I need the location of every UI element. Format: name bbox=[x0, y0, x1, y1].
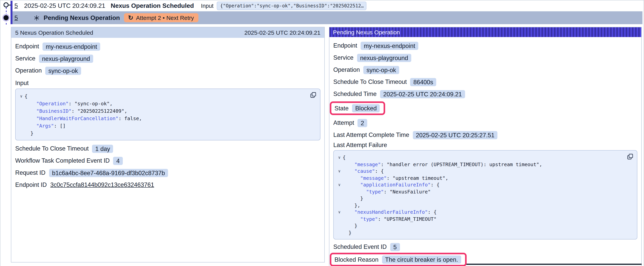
json-code-text: "applicationFailureInfo": { bbox=[343, 181, 440, 188]
field-label: Operation bbox=[15, 67, 42, 74]
field-value-badge: 5 bbox=[390, 243, 400, 251]
event-input-label: Input bbox=[201, 3, 214, 9]
json-code-text: { bbox=[343, 154, 346, 161]
field-scheduled-event-id: Scheduled Event ID 5 bbox=[333, 242, 637, 251]
field-label: Service bbox=[333, 54, 354, 61]
json-code-line: } bbox=[336, 222, 633, 229]
field-value-badge: b1c6a4bc-8ee7-468a-9169-df3b02c8737b bbox=[49, 169, 168, 177]
state-highlight-annotation: State Blocked bbox=[330, 101, 385, 115]
field-endpoint-id: Endpoint ID 3c0c75ccfa8144b092c13ce63246… bbox=[15, 181, 320, 189]
event-id-link[interactable]: 5 bbox=[14, 14, 18, 21]
panel-body: Endpoint my-nexus-endpoint Service nexus… bbox=[330, 37, 641, 266]
collapse-chevron-icon[interactable]: ∨ bbox=[336, 168, 343, 174]
field-schedule-to-close-timeout: Schedule To Close Timeout 1 day bbox=[15, 144, 320, 153]
json-code-line: "Args": [] bbox=[18, 122, 316, 129]
timeline-open-circle-marker bbox=[4, 2, 8, 8]
input-json-viewer: ∨{ "Operation": "sync-op-ok", "BusinessI… bbox=[15, 89, 320, 140]
json-code-line: } bbox=[336, 229, 633, 236]
field-label: Scheduled Event ID bbox=[333, 243, 387, 250]
field-label: State bbox=[334, 105, 348, 112]
retry-status-text: Attempt 2 • Next Retry bbox=[136, 15, 194, 21]
chevron-spacer bbox=[18, 107, 24, 115]
timeline-connector-line bbox=[8, 5, 11, 5]
json-code-text: "type": "UPSTREAM_TIMEOUT" bbox=[343, 215, 436, 222]
field-endpoint: Endpoint my-nexus-endpoint bbox=[333, 41, 637, 50]
json-code-line: "message": "upstream timeout", bbox=[336, 174, 633, 181]
copy-icon[interactable] bbox=[627, 153, 634, 160]
field-value-badge: my-nexus-endpoint bbox=[42, 42, 100, 51]
event-title: Pending Nexus Operation bbox=[44, 14, 120, 21]
field-attempt: Attempt 2 bbox=[333, 119, 637, 127]
field-label: Request ID bbox=[15, 169, 46, 176]
json-code-text: "nexusHandlerFailureInfo": { bbox=[343, 209, 436, 215]
retry-status-badge: ↻ Attempt 2 • Next Retry bbox=[124, 13, 198, 22]
chevron-spacer bbox=[336, 188, 343, 195]
json-code-text: } bbox=[343, 195, 363, 202]
field-label: Endpoint bbox=[15, 43, 39, 50]
state-value-badge: Blocked bbox=[352, 104, 380, 112]
field-label: Service bbox=[15, 55, 35, 62]
json-code-text: "BusinessID": "20250225122409", bbox=[24, 107, 127, 115]
json-code-text: "message": "upstream timeout", bbox=[343, 174, 448, 181]
event-detail-panel-scheduled: 5 Nexus Operation Scheduled 2025-02-25 U… bbox=[11, 27, 325, 262]
input-section-label: Input bbox=[15, 80, 320, 87]
field-label: Endpoint bbox=[333, 42, 357, 49]
blocked-reason-highlight-annotation: Blocked Reason The circuit breaker is op… bbox=[330, 253, 467, 266]
json-code-line: }, bbox=[336, 202, 633, 209]
json-code-text: "HandlerWaitForCancellation": false, bbox=[24, 115, 142, 122]
field-value-badge: sync-op-ok bbox=[363, 66, 399, 74]
panel-header-pending-striped: Pending Nexus Operation bbox=[330, 27, 641, 37]
event-row-nexus-operation-scheduled[interactable]: 5 2025-02-25 UTC 20:24:09.21 Nexus Opera… bbox=[12, 1, 642, 11]
json-code-text: { bbox=[24, 92, 28, 100]
retry-icon: ↻ bbox=[128, 15, 133, 21]
event-timestamp: 2025-02-25 UTC 20:24:09.21 bbox=[24, 2, 105, 9]
field-label: Operation bbox=[333, 66, 360, 73]
json-code-text: }, bbox=[343, 202, 360, 209]
json-code-line: ∨{ bbox=[336, 154, 633, 161]
json-code-line: "BusinessID": "20250225122409", bbox=[18, 107, 316, 115]
collapse-chevron-icon[interactable]: ∨ bbox=[336, 209, 343, 215]
json-code-text: } bbox=[343, 222, 357, 229]
field-last-attempt-complete-time: Last Attempt Complete Time 2025-02-25 UT… bbox=[333, 131, 637, 139]
field-operation: Operation sync-op-ok bbox=[333, 66, 637, 74]
event-row-pending-nexus-operation[interactable]: 5 Pending Nexus Operation ↻ Attempt 2 • … bbox=[12, 11, 642, 24]
copy-icon[interactable] bbox=[310, 92, 316, 98]
panel-body: Endpoint my-nexus-endpoint Service nexus… bbox=[11, 38, 324, 189]
json-code-line: } bbox=[336, 195, 633, 202]
panel-title: Pending Nexus Operation bbox=[333, 29, 400, 36]
collapse-chevron-icon[interactable]: ∨ bbox=[18, 92, 24, 100]
json-code-line: "type": "UPSTREAM_TIMEOUT" bbox=[336, 215, 633, 222]
failure-section-label: Last Attempt Failure bbox=[333, 142, 637, 149]
blocked-reason-value-badge: The circuit breaker is open. bbox=[382, 255, 461, 264]
failure-json-viewer: ∨{ "message": "handler error (UPSTREAM_T… bbox=[333, 150, 637, 239]
field-label: Endpoint ID bbox=[15, 181, 47, 188]
field-value-badge: nexus-playground bbox=[357, 54, 411, 62]
field-value-badge: nexus-playground bbox=[39, 54, 93, 63]
field-label: Workflow Task Completed Event ID bbox=[15, 157, 110, 164]
json-code-line: } bbox=[18, 129, 316, 137]
json-code-line: ∨{ bbox=[18, 92, 316, 100]
json-code-line: "message": "handler error (UPSTREAM_TIME… bbox=[336, 161, 633, 168]
chevron-spacer bbox=[336, 222, 343, 229]
endpoint-id-link[interactable]: 3c0c75ccfa8144b092c13ce632463761 bbox=[50, 181, 154, 188]
json-code-text: "type": "NexusFailure" bbox=[343, 188, 431, 195]
field-label: Scheduled Time bbox=[333, 91, 376, 98]
collapse-chevron-icon[interactable]: ∨ bbox=[336, 154, 343, 161]
field-label: Last Attempt Complete Time bbox=[333, 131, 409, 138]
chevron-spacer bbox=[336, 195, 343, 202]
field-value-badge: 4 bbox=[113, 157, 123, 165]
json-code-text: "cause": { bbox=[343, 168, 384, 174]
field-service: Service nexus-playground bbox=[15, 54, 320, 63]
field-label: Schedule To Close Timeout bbox=[15, 145, 89, 152]
json-code-line: ∨ "cause": { bbox=[336, 168, 633, 174]
chevron-spacer bbox=[336, 229, 343, 236]
json-code-text: "Args": [] bbox=[24, 122, 66, 129]
event-id-link[interactable]: 5 bbox=[14, 2, 18, 9]
field-scheduled-time: Scheduled Time 2025-02-25 UTC 20:24:09.2… bbox=[333, 90, 637, 98]
panel-timestamp: 2025-02-25 UTC 20:24:09.21 bbox=[244, 29, 320, 36]
collapse-chevron-icon[interactable]: ∨ bbox=[336, 181, 343, 188]
pending-asterisk-icon bbox=[34, 15, 40, 21]
field-value-badge: 1 day bbox=[92, 144, 113, 153]
json-code-line: "HandlerWaitForCancellation": false, bbox=[18, 115, 316, 122]
field-operation: Operation sync-op-ok bbox=[15, 66, 320, 75]
